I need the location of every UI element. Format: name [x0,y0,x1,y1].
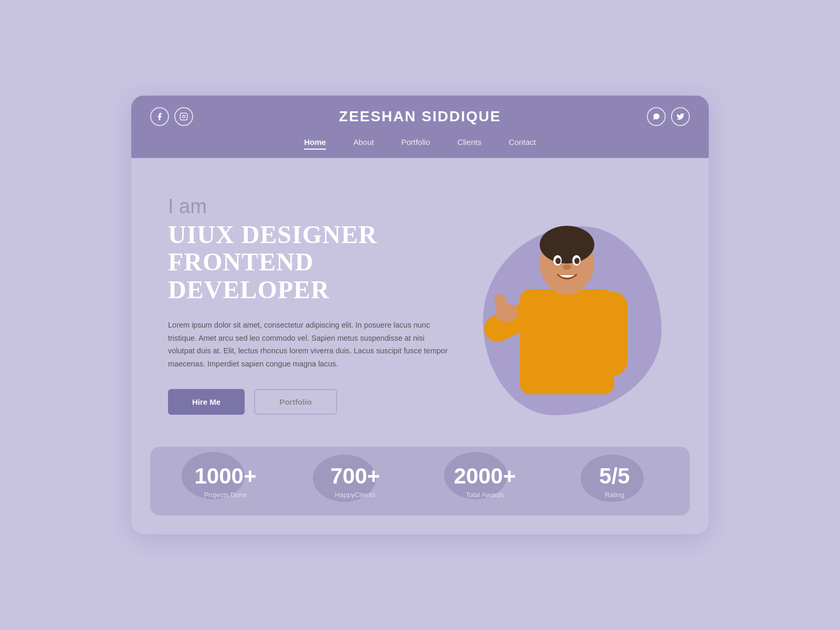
stat-projects-label: Projects Done [161,491,290,499]
svg-rect-3 [598,292,627,376]
social-icons-right [647,107,690,126]
person-svg [472,200,662,426]
site-title: ZEESHAN SIDDIQUE [193,108,647,125]
hero-person-figure [462,190,672,426]
stat-rating-label: Rating [550,491,679,499]
stat-awards: 2000+ Total Awards [420,464,550,499]
nav-about[interactable]: About [353,135,374,150]
svg-point-14 [563,265,571,270]
stat-projects: 1000+ Projects Done [161,464,290,499]
hero-buttons: Hire Me Portfolio [168,389,452,415]
nav-home[interactable]: Home [304,135,326,150]
nav-clients[interactable]: Clients [457,135,481,150]
instagram-icon[interactable] [174,107,193,126]
svg-point-12 [555,258,561,264]
stat-projects-number: 1000+ [161,464,290,489]
stat-rating: 5/5 Rating [550,464,679,499]
stat-awards-number: 2000+ [420,464,550,489]
hero-text: I am UIUX DESIGNER FRONTEND DEVELOPER Lo… [168,195,452,415]
hero-section: I am UIUX DESIGNER FRONTEND DEVELOPER Lo… [131,158,709,442]
hero-image-wrap [452,184,672,426]
hire-me-button[interactable]: Hire Me [168,389,245,415]
stat-clients: 700+ HappyClients [290,464,420,499]
whatsapp-icon[interactable] [647,107,666,126]
header: ZEESHAN SIDDIQUE Home About Portfolio Cl… [131,96,709,158]
svg-point-9 [540,226,594,264]
hero-title-line2: FRONTEND DEVELOPER [168,248,330,303]
portfolio-button[interactable]: Portfolio [254,389,337,415]
svg-point-13 [574,258,580,264]
stats-bar: 1000+ Projects Done 700+ HappyClients 20… [150,447,690,516]
nav-portfolio[interactable]: Portfolio [401,135,430,150]
facebook-icon[interactable] [150,107,169,126]
svg-rect-0 [180,113,187,120]
stat-rating-number: 5/5 [550,464,679,489]
hero-title: UIUX DESIGNER FRONTEND DEVELOPER [168,221,452,304]
main-nav: Home About Portfolio Clients Contact [150,135,690,158]
stat-clients-label: HappyClients [290,491,420,499]
stat-awards-label: Total Awards [420,491,550,499]
twitter-icon[interactable] [671,107,690,126]
header-top: ZEESHAN SIDDIQUE [150,107,690,126]
nav-contact[interactable]: Contact [509,135,536,150]
social-icons-left [150,107,193,126]
hero-i-am: I am [168,195,452,218]
hero-description: Lorem ipsum dolor sit amet, consectetur … [168,319,452,371]
hero-title-line1: UIUX DESIGNER [168,220,377,248]
portfolio-card: ZEESHAN SIDDIQUE Home About Portfolio Cl… [131,96,709,534]
stat-clients-number: 700+ [290,464,420,489]
